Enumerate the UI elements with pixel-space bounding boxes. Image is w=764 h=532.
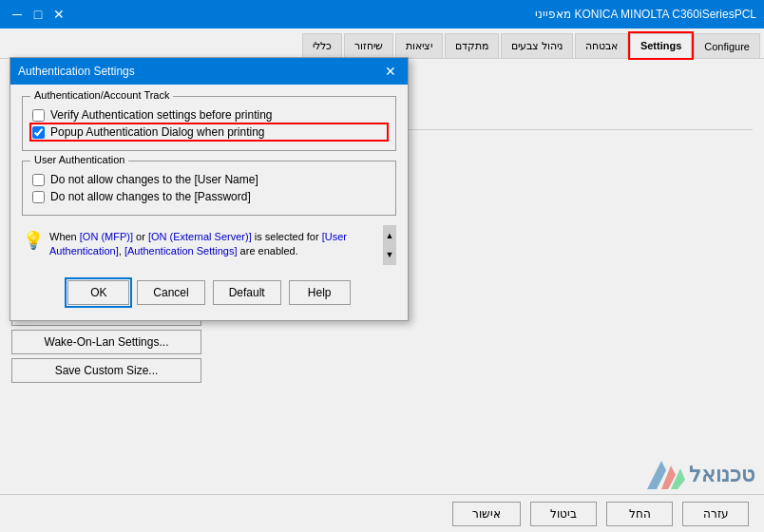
save-custom-button[interactable]: Save Custom Size... (11, 358, 201, 383)
info-highlight2: [ON (External Server)] (148, 231, 252, 242)
popup-auth-checkbox[interactable] (32, 126, 45, 139)
apply-bottom-button[interactable]: החל (606, 502, 673, 526)
minimize-button[interactable]: ─ (8, 5, 27, 24)
auth-cancel-button[interactable]: Cancel (137, 280, 204, 305)
info-text-box: 💡 When [ON (MFP)] or [ON (External Serve… (22, 225, 377, 264)
auth-default-button[interactable]: Default (213, 280, 281, 305)
logo-icon (647, 461, 685, 489)
tab-settings[interactable]: Settings (630, 33, 692, 58)
scroll-down-button[interactable]: ▼ (384, 245, 395, 264)
tab-configure2[interactable]: Configure (694, 33, 760, 58)
window-title: KONICA MINOLTA C360iSeriesPCL מאפייני (68, 8, 756, 21)
auth-help-button[interactable]: Help (289, 280, 351, 305)
logo-text: טכנואל (689, 463, 754, 487)
tab-bar: Configure Settings אבטחה ניהול צבעים מתק… (0, 28, 764, 59)
scrollbar[interactable]: ▲ ▼ (383, 225, 396, 265)
main-window: ─ □ ✕ KONICA MINOLTA C360iSeriesPCL מאפי… (0, 0, 764, 532)
info-highlight4: [Authentication Settings] (124, 245, 238, 256)
tab-general[interactable]: כללי (302, 33, 342, 58)
popup-auth-label: Popup Authentication Dialog when printin… (50, 125, 265, 139)
title-bar-buttons: ─ □ ✕ (8, 5, 68, 24)
no-change-name-checkbox[interactable] (32, 174, 45, 186)
verify-auth-row: Verify Authentication settings before pr… (32, 108, 386, 122)
auth-close-button[interactable]: ✕ (381, 62, 400, 81)
auth-dialog-title-bar: Authentication Settings ✕ (10, 58, 408, 85)
no-change-pass-row: Do not allow changes to the [Password] (32, 190, 386, 203)
user-auth-label: User Authentication (30, 154, 128, 165)
no-change-name-label: Do not allow changes to the [User Name] (50, 173, 258, 186)
no-change-pass-checkbox[interactable] (32, 191, 45, 203)
verify-auth-checkbox[interactable] (32, 109, 45, 122)
account-track-group: Authentication/Account Track Verify Auth… (22, 96, 396, 151)
auth-dialog-title: Authentication Settings (18, 65, 135, 78)
cancel-bottom-button[interactable]: ביטול (530, 502, 597, 526)
tab-layout[interactable]: שיחזור (344, 33, 393, 58)
no-change-name-row: Do not allow changes to the [User Name] (32, 173, 386, 186)
title-bar: ─ □ ✕ KONICA MINOLTA C360iSeriesPCL מאפי… (0, 0, 764, 28)
auth-dialog: Authentication Settings ✕ Authentication… (10, 57, 409, 321)
tab-advanced[interactable]: מתקדם (445, 33, 499, 58)
info-text: When [ON (MFP)] or [ON (External Server)… (49, 230, 347, 259)
info-highlight1: [ON (MFP)] (80, 231, 133, 242)
bottom-bar: עזרה החל ביטול אישור (0, 494, 764, 532)
auth-dialog-buttons: OK Cancel Default Help (22, 273, 396, 309)
tab-colormgmt[interactable]: ניהול צבעים (501, 33, 573, 58)
tab-configure[interactable]: אבטחה (575, 33, 628, 58)
lightbulb-icon: 💡 (23, 230, 44, 251)
info-section: 💡 When [ON (MFP)] or [ON (External Serve… (22, 225, 396, 265)
verify-auth-label: Verify Authentication settings before pr… (50, 108, 272, 122)
logo-area: טכנואל (647, 461, 754, 489)
close-button[interactable]: ✕ (49, 5, 68, 24)
account-track-label: Authentication/Account Track (30, 89, 173, 101)
help-bottom-button[interactable]: עזרה (682, 502, 749, 526)
ok-bottom-button[interactable]: אישור (452, 502, 521, 526)
auth-dialog-content: Authentication/Account Track Verify Auth… (10, 85, 408, 320)
user-auth-group: User Authentication Do not allow changes… (22, 161, 396, 216)
wake-on-lan-button[interactable]: Wake-On-Lan Settings... (11, 330, 201, 354)
auth-ok-button[interactable]: OK (67, 280, 129, 305)
maximize-button[interactable]: □ (29, 5, 48, 24)
no-change-pass-label: Do not allow changes to the [Password] (50, 190, 251, 203)
tab-output[interactable]: יציאות (395, 33, 443, 58)
scroll-up-button[interactable]: ▲ (384, 226, 395, 245)
popup-auth-row: Popup Authentication Dialog when printin… (32, 125, 386, 139)
